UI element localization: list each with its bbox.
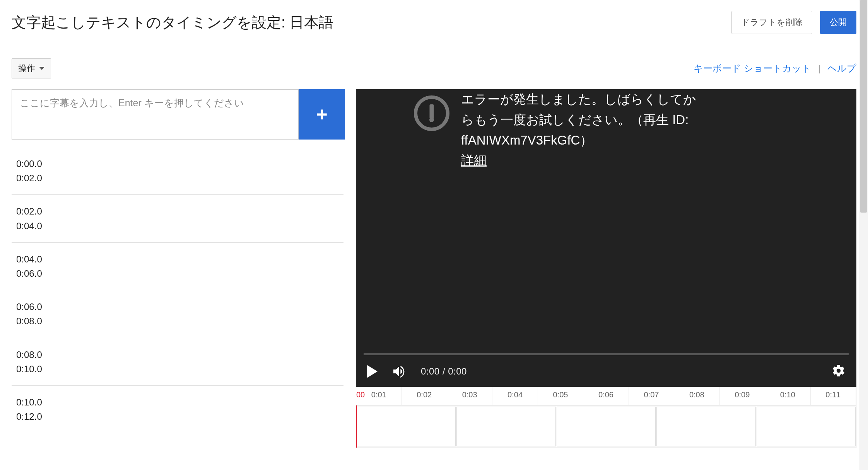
cue-start-time: 0:00.0 [16,157,339,171]
player-controls: 0:00 / 0:00 [356,356,856,387]
progress-bar[interactable] [364,353,849,355]
subtitle-panel: + 0:00.00:02.00:02.00:04.00:04.00:06.00:… [12,89,345,453]
timeline-segment[interactable] [656,407,755,446]
scrollbar-thumb[interactable] [860,0,867,213]
error-line: エラーが発生しました。しばらくしてか [461,89,696,110]
cue-item[interactable]: 0:10.00:12.0 [12,386,343,433]
cue-end-time: 0:04.0 [16,219,339,233]
timeline-segment[interactable] [557,407,656,446]
ruler-tick-label: 0:01 [371,390,386,399]
video-panel: エラーが発生しました。しばらくしてか らもう一度お試しください。（再生 ID: … [356,89,856,453]
error-line: らもう一度お試しください。（再生 ID: [461,110,696,130]
plus-icon: + [316,103,327,126]
window-scrollbar[interactable] [859,0,868,470]
ruler-tick: 0:08 [674,387,719,405]
ruler-tick: 0:03 [447,387,492,405]
header-actions: ドラフトを削除 公開 [731,11,856,34]
delete-draft-button[interactable]: ドラフトを削除 [731,11,812,34]
cue-end-time: 0:10.0 [16,362,339,376]
timeline-playhead[interactable] [356,405,357,448]
ruler-tick-label: 0:10 [780,390,795,399]
ruler-tick: 0:05 [538,387,583,405]
ruler-tick-label: 0:06 [598,390,613,399]
separator: | [818,63,820,74]
ruler-tick-label: 0:05 [553,390,568,399]
ruler-tick: 0:09 [720,387,765,405]
cue-item[interactable]: 0:06.00:08.0 [12,290,343,338]
help-link[interactable]: ヘルプ [827,62,856,75]
ruler-tick: 0:06 [583,387,629,405]
actions-dropdown[interactable]: 操作 [12,58,51,78]
subtitle-input-row: + [12,89,345,140]
cue-end-time: 0:08.0 [16,314,339,328]
cue-start-time: 0:08.0 [16,347,339,362]
actions-dropdown-label: 操作 [18,63,35,74]
keyboard-shortcuts-link[interactable]: キーボード ショートカット [694,62,811,75]
error-icon [414,95,449,131]
cue-end-time: 0:06.0 [16,266,339,281]
ruler-tick: 0:04 [492,387,538,405]
cue-item[interactable]: 0:02.00:04.0 [12,195,343,242]
ruler-tick-label: 0:04 [507,390,523,399]
cue-item[interactable]: 0:04.00:06.0 [12,243,343,290]
timeline-track[interactable] [356,405,856,448]
cue-start-time: 0:02.0 [16,204,339,218]
ruler-tick-label: 0:09 [735,390,750,399]
toolbar-row: 操作 キーボード ショートカット | ヘルプ [12,45,856,89]
cue-item[interactable]: 0:08.00:10.0 [12,338,343,386]
player-error-message: エラーが発生しました。しばらくしてか らもう一度お試しください。（再生 ID: … [398,89,856,171]
error-more-link[interactable]: 詳細 [461,150,696,171]
chevron-down-icon [39,67,44,70]
timeline-segment[interactable] [757,407,856,446]
ruler-tick: 0:11 [811,387,856,405]
ruler-tick: 0:02 [402,387,447,405]
ruler-tick: 0:01 [356,387,402,405]
cue-item[interactable]: 0:00.00:02.0 [12,147,343,195]
cue-start-time: 0:10.0 [16,395,339,409]
cue-start-time: 0:06.0 [16,300,339,314]
settings-icon[interactable] [832,364,846,379]
timeline-segment[interactable] [357,407,456,446]
cue-end-time: 0:12.0 [16,409,339,424]
help-links: キーボード ショートカット | ヘルプ [694,62,856,75]
page-title: 文字起こしテキストのタイミングを設定: 日本語 [12,13,333,32]
timeline-segment[interactable] [456,407,555,446]
error-text: エラーが発生しました。しばらくしてか らもう一度お試しください。（再生 ID: … [461,89,696,171]
ruler-tick: 0:07 [629,387,674,405]
ruler-tick-label: 0:08 [689,390,704,399]
error-line: ffANIWXm7V3FkGfC） [461,130,696,151]
ruler-tick-label: 0:03 [462,390,477,399]
ruler-tick: 0:10 [765,387,810,405]
add-subtitle-button[interactable]: + [299,89,345,140]
video-player: エラーが発生しました。しばらくしてか らもう一度お試しください。（再生 ID: … [356,89,856,387]
cue-list[interactable]: 0:00.00:02.00:02.00:04.00:04.00:06.00:06… [12,147,345,453]
ruler-tick-label: 0:07 [644,390,659,399]
play-icon[interactable] [367,365,378,378]
cue-start-time: 0:04.0 [16,252,339,266]
ruler-tick-label: 0:02 [417,390,432,399]
ruler-tick-label: 0:11 [825,390,841,399]
cue-end-time: 0:02.0 [16,171,339,185]
header: 文字起こしテキストのタイミングを設定: 日本語 ドラフトを削除 公開 [12,11,856,45]
time-display: 0:00 / 0:00 [421,366,467,377]
subtitle-input[interactable] [12,89,299,140]
timeline-ruler[interactable]: 00 0:010:020:030:040:050:060:070:080:090… [356,387,856,405]
volume-icon[interactable] [391,364,407,379]
publish-button[interactable]: 公開 [820,11,856,34]
